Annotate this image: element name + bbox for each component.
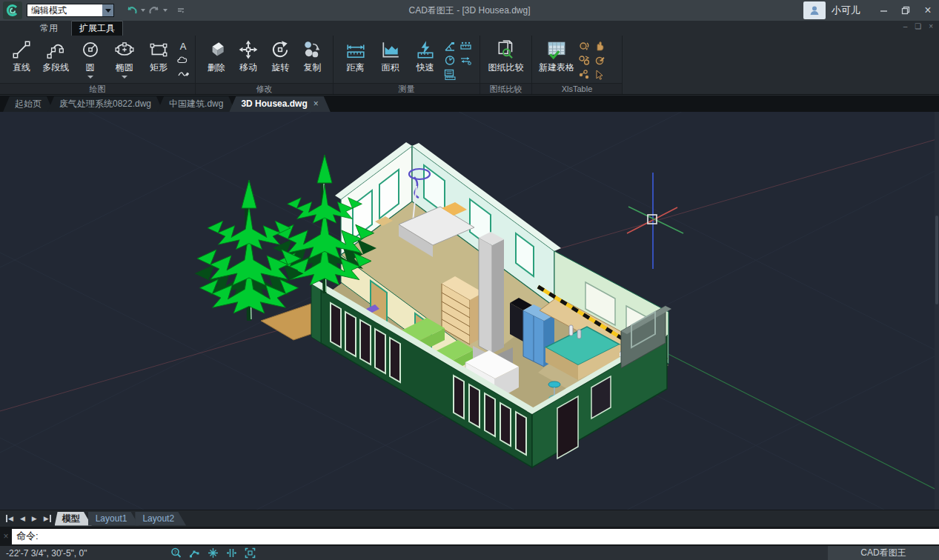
line-icon xyxy=(11,39,32,60)
section-label-compare: 图纸比较 xyxy=(480,83,531,94)
combo-arrow-icon[interactable] xyxy=(102,4,113,16)
doc-restore-button[interactable]: ❏ xyxy=(915,22,921,30)
small-ruler-button[interactable] xyxy=(459,41,472,52)
command-input[interactable] xyxy=(12,529,939,544)
radius-measure-button[interactable] xyxy=(444,55,457,66)
new-table-icon xyxy=(546,39,567,60)
polyline-mode-icon[interactable] xyxy=(189,547,200,559)
command-close-icon[interactable]: × xyxy=(0,531,12,541)
ribbon: 直线 多段线 圆 椭圆 矩形 xyxy=(0,36,939,95)
drawing-compare-icon xyxy=(496,39,517,60)
rotate-button[interactable]: 旋转 xyxy=(265,38,296,74)
doc-minimize-button[interactable]: – xyxy=(903,22,908,30)
ribbon-tab-extended[interactable]: 扩展工具 xyxy=(71,21,123,36)
redo-dropdown-icon[interactable] xyxy=(163,9,167,12)
copy-button[interactable]: 复制 xyxy=(296,38,328,74)
cursor-coordinates: -22'-7 3/4", 30'-5", 0" xyxy=(0,548,87,559)
align-dimension-button[interactable] xyxy=(459,55,472,66)
layout-tab-layout2[interactable]: Layout2 xyxy=(135,512,186,526)
circle-icon xyxy=(80,39,101,60)
polyline-icon xyxy=(45,39,66,60)
username-label[interactable]: 小可儿 xyxy=(832,4,860,17)
doc-tab-start[interactable]: 起始页 xyxy=(3,96,53,112)
drawing-compare-button[interactable]: 图纸比较 xyxy=(485,38,527,74)
freehand-button[interactable] xyxy=(177,67,189,78)
distance-icon xyxy=(345,39,366,60)
ribbon-tab-home[interactable]: 常用 xyxy=(33,21,65,36)
command-line-row: × xyxy=(0,527,939,546)
canvas-drawing xyxy=(0,112,939,510)
canvas-scrollbar[interactable] xyxy=(935,112,939,510)
table-swap-button[interactable] xyxy=(578,55,591,66)
layout-tab-layout1[interactable]: Layout1 xyxy=(88,512,139,526)
doc-close-button[interactable]: × xyxy=(929,22,933,30)
user-avatar[interactable] xyxy=(803,1,826,19)
revision-cloud-button[interactable] xyxy=(177,55,189,64)
ortho-mode-icon[interactable] xyxy=(226,547,237,559)
drawing-canvas[interactable] xyxy=(0,112,939,510)
redo-button[interactable] xyxy=(148,5,160,16)
rectangle-icon xyxy=(148,39,169,60)
ribbon-section-modify: 删除 移动 旋转 复制 修改 xyxy=(196,36,334,94)
prev-layout-button[interactable]: ◀ xyxy=(20,515,25,522)
ribbon-section-measure: 距离 面积 快速 xyxy=(334,36,480,94)
table-rotate-button[interactable] xyxy=(578,41,591,52)
dimension-list-button[interactable] xyxy=(444,69,457,80)
section-label-draw: 绘图 xyxy=(0,83,195,94)
area-button[interactable]: 面积 xyxy=(373,38,408,74)
table-hand-button[interactable] xyxy=(594,41,606,52)
table-pick-button[interactable] xyxy=(594,55,606,66)
eraser-icon xyxy=(206,39,227,60)
doc-tab-close-icon[interactable]: × xyxy=(313,96,319,112)
last-layout-button[interactable]: ▶ xyxy=(44,515,51,522)
doc-tab-3d-housea[interactable]: 3D Housea.dwg × xyxy=(229,96,330,112)
ellipse-dropdown-icon[interactable] xyxy=(122,76,127,79)
text-button[interactable]: A xyxy=(177,41,189,52)
svg-text:A: A xyxy=(180,41,187,52)
erase-button[interactable]: 删除 xyxy=(200,38,232,74)
table-points-button[interactable] xyxy=(578,69,591,80)
close-button[interactable]: × xyxy=(917,0,939,21)
polyline-button[interactable]: 多段线 xyxy=(39,38,73,74)
section-label-xlstable: XlsTable xyxy=(532,83,622,94)
next-layout-button[interactable]: ▶ xyxy=(32,515,37,522)
layout-tab-bar: ◀ ◀ ▶ ▶ 模型 Layout1 Layout2 xyxy=(0,510,939,527)
undo-dropdown-icon[interactable] xyxy=(141,9,145,12)
doc-tab-exhaust-system[interactable]: 废气处理系统0822.dwg xyxy=(47,96,163,112)
undo-button[interactable] xyxy=(126,5,138,16)
move-button[interactable]: 移动 xyxy=(232,38,264,74)
line-button[interactable]: 直线 xyxy=(4,38,39,74)
layout-tab-model[interactable]: 模型 xyxy=(55,512,92,526)
table-cursor-button[interactable] xyxy=(594,69,606,80)
doc-tab-china-architecture[interactable]: 中国建筑.dwg xyxy=(157,96,235,112)
document-tab-bar: 起始页 废气处理系统0822.dwg 中国建筑.dwg 3D Housea.dw… xyxy=(0,96,939,112)
section-label-modify: 修改 xyxy=(196,83,333,94)
customize-toolbar-icon[interactable] xyxy=(176,6,185,15)
quick-access-toolbar xyxy=(122,5,185,16)
osnap-icon[interactable] xyxy=(208,547,219,559)
rectangle-button[interactable]: 矩形 xyxy=(142,38,176,74)
circle-button[interactable]: 圆 xyxy=(73,38,107,79)
circle-dropdown-icon[interactable] xyxy=(87,76,93,79)
section-label-measure: 测量 xyxy=(334,83,480,94)
edit-mode-select[interactable]: 编辑模式 xyxy=(27,4,114,17)
status-bar: -22'-7 3/4", 30'-5", 0" ? CAD看图王 xyxy=(0,546,939,560)
selection-box-icon[interactable] xyxy=(245,547,256,559)
app-logo-icon[interactable] xyxy=(3,1,22,19)
new-table-button[interactable]: 新建表格 xyxy=(537,38,577,74)
zoom-tool-icon[interactable]: ? xyxy=(170,547,182,559)
restore-button[interactable] xyxy=(895,0,917,21)
move-icon xyxy=(238,39,259,60)
area-icon xyxy=(380,39,401,60)
first-layout-button[interactable]: ◀ xyxy=(6,515,13,522)
doc-tab-3d-housea-label: 3D Housea.dwg xyxy=(241,96,307,112)
ellipse-button[interactable]: 椭圆 xyxy=(107,38,142,79)
ribbon-section-draw: 直线 多段线 圆 椭圆 矩形 xyxy=(0,36,196,94)
distance-button[interactable]: 距离 xyxy=(338,38,373,74)
angle-measure-button[interactable] xyxy=(444,41,457,52)
quick-measure-button[interactable]: 快速 xyxy=(408,38,442,74)
minimize-button[interactable] xyxy=(872,0,895,21)
cad-viewer-window: 编辑模式 CAD看图王 - [3D Housea.dwg] 小可儿 xyxy=(0,0,939,560)
quick-measure-icon xyxy=(415,39,436,60)
app-badge: CAD看图王 xyxy=(828,546,939,560)
